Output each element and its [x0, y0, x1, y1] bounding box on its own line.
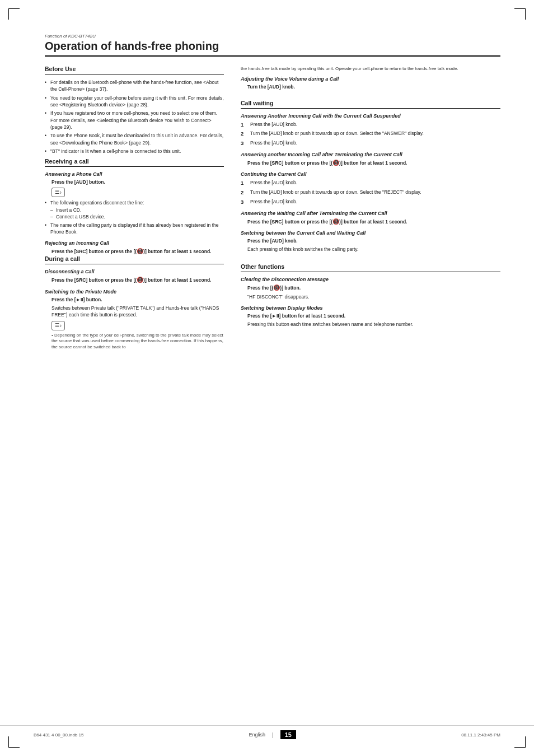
private-mode-note: • Depending on the type of your cell-pho…: [45, 333, 224, 351]
footer-date-info: 08.11.1 2:43:45 PM: [461, 732, 500, 738]
answering-waiting-terminating-instruction: Press the [SRC] button or press the [(📵)…: [241, 218, 500, 226]
crop-mark-tl: [8, 8, 20, 20]
display-modes-title: Switching between Display Modes: [241, 305, 500, 311]
step-c1: 1 Press the [AUD] knob.: [241, 179, 500, 187]
continuation-text: the hands-free talk mode by operating th…: [241, 66, 500, 72]
answering-notes-list: The following operations disconnect the …: [45, 199, 224, 236]
during-call-section: During a call Disconnecting a Call Press…: [45, 255, 224, 351]
answering-another-title: Answering Another Incoming Call with the…: [241, 113, 500, 119]
page-number: 15: [280, 730, 296, 739]
clearing-desc: "HF DISCONCT" disappears.: [241, 293, 500, 300]
answering-phone-call-instruction: Press the [AUD] button.: [45, 179, 224, 185]
list-item: If you have registered two or more cell-…: [45, 110, 224, 130]
step-1: 1 Press the [AUD] knob.: [241, 121, 500, 129]
call-waiting-title: Call waiting: [241, 100, 500, 109]
page: Function of KDC-BT742U Operation of hand…: [0, 0, 534, 756]
language-label: English: [249, 732, 266, 738]
note-icon-receiving: ☰♪: [51, 188, 224, 197]
left-column: Before Use For details on the Bluetooth …: [45, 66, 224, 351]
private-mode-instruction: Press the [►II] button.: [45, 296, 224, 303]
before-use-list: For details on the Bluetooth cell-phone …: [45, 79, 224, 155]
rejecting-title: Rejecting an Incoming Call: [45, 240, 224, 246]
answering-after-terminating-title: Answering another Incoming Call after Te…: [241, 152, 500, 157]
before-use-title: Before Use: [45, 66, 224, 74]
step-c2: 2 Turn the [AUD] knob or push it towards…: [241, 189, 500, 197]
footer-file-info: B64 431 4 00_00.indb 15: [34, 732, 83, 738]
other-functions-section: Other functions Clearing the Disconnecti…: [241, 263, 500, 328]
answering-waiting-terminating-title: Answering the Waiting Call after Termina…: [241, 211, 500, 216]
list-item: The name of the calling party is display…: [45, 222, 224, 236]
private-mode-desc: Switches between Private talk ("PRIVATE …: [45, 305, 224, 319]
list-item: For details on the Bluetooth cell-phone …: [45, 79, 224, 93]
clearing-instruction: Press the [(📵)] button.: [241, 284, 500, 292]
disconnecting-instruction: Press the [SRC] button or press the [(📵)…: [45, 276, 224, 284]
private-mode-title: Switching to the Private Mode: [45, 289, 224, 295]
list-item: To use the Phone Book, it must be downlo…: [45, 132, 224, 146]
rejecting-instruction: Press the [SRC] button or press the [(📵)…: [45, 248, 224, 256]
step-2: 2 Turn the [AUD] knob or push it towards…: [241, 130, 500, 138]
switching-calls-instruction: Press the [AUD] knob.: [241, 237, 500, 244]
separator: |: [272, 732, 274, 738]
switching-calls-desc: Each pressing of this knob switches the …: [241, 246, 500, 253]
before-use-section: Before Use For details on the Bluetooth …: [45, 66, 224, 155]
call-waiting-section: Call waiting Answering Another Incoming …: [241, 100, 500, 253]
adjusting-volume-section: Adjusting the Voice Volume during a Call…: [241, 76, 500, 90]
during-call-title: During a call: [45, 255, 224, 264]
function-label: Function of KDC-BT742U: [45, 34, 500, 39]
adjusting-volume-instruction: Turn the [AUD] knob.: [241, 83, 500, 90]
continuing-steps: 1 Press the [AUD] knob. 2 Turn the [AUD]…: [241, 179, 500, 206]
crop-mark-tr: [514, 8, 526, 20]
clearing-title: Clearing the Disconnection Message: [241, 277, 500, 282]
continuing-title: Continuing the Current Call: [241, 171, 500, 177]
note-icon-private: ☰♪: [51, 321, 224, 330]
display-modes-desc: Pressing this button each time switches …: [241, 321, 500, 328]
page-number-area: English | 15: [249, 730, 296, 739]
list-item: "BT" indicator is lit when a cell-phone …: [45, 148, 224, 155]
answering-after-terminating-instruction: Press the [SRC] button or press the [(📵)…: [241, 159, 500, 167]
main-content: Before Use For details on the Bluetooth …: [45, 66, 500, 351]
receiving-title: Receiving a call: [45, 158, 224, 167]
answering-phone-call-title: Answering a Phone Call: [45, 171, 224, 177]
step-3: 3 Press the [AUD] knob.: [241, 139, 500, 147]
switching-calls-title: Switching between the Current Call and W…: [241, 230, 500, 236]
display-modes-instruction: Press the [►II] button for at least 1 se…: [241, 312, 500, 319]
disconnecting-title: Disconnecting a Call: [45, 269, 224, 274]
step-c3: 3 Press the [AUD] knob.: [241, 198, 500, 206]
other-functions-title: Other functions: [241, 263, 500, 272]
page-title: Operation of hands-free phoning: [45, 40, 500, 57]
answering-another-steps: 1 Press the [AUD] knob. 2 Turn the [AUD]…: [241, 121, 500, 147]
page-footer: B64 431 4 00_00.indb 15 English | 15 08.…: [0, 725, 534, 739]
receiving-section: Receiving a call Answering a Phone Call …: [45, 158, 224, 255]
list-item: The following operations disconnect the …: [45, 199, 224, 220]
adjusting-volume-title: Adjusting the Voice Volume during a Call: [241, 76, 500, 82]
list-item: You need to register your cell-phone bef…: [45, 95, 224, 109]
right-column: the hands-free talk mode by operating th…: [241, 66, 500, 351]
